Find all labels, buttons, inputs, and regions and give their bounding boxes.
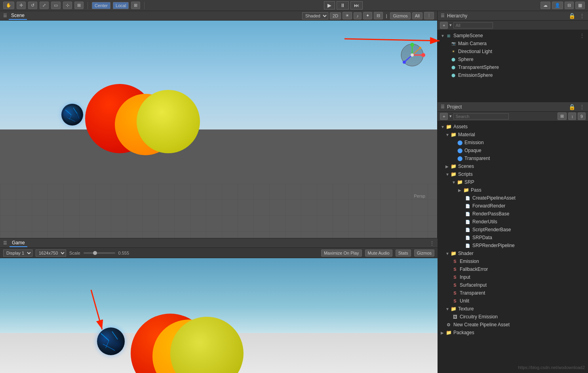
project-search[interactable] xyxy=(453,113,509,120)
project-transparent-material[interactable]: ⬤ Transparent xyxy=(438,154,588,162)
mute-audio-btn[interactable]: Mute Audio xyxy=(365,249,392,257)
directionallight-label: Directional Light xyxy=(458,49,492,54)
emissionsphere-label: EmissionSphere xyxy=(458,72,493,78)
scale-slider[interactable] xyxy=(84,252,115,254)
layout-btn[interactable]: ▦ xyxy=(575,2,585,9)
persp-label: Persp xyxy=(414,194,425,198)
project-circuitry-emission[interactable]: 🖼 Circuitry Emission xyxy=(438,313,588,321)
project-createpipelineasset[interactable]: 📄 CreatePipelineAsset xyxy=(438,194,588,202)
separator-1 xyxy=(88,2,88,9)
hierarchy-item-emissionsphere[interactable]: ⬤ EmissionSphere xyxy=(438,71,588,79)
project-forwardrender[interactable]: 📄 ForwardRender xyxy=(438,202,588,210)
project-texture-folder[interactable]: ▼ 📁 Texture xyxy=(438,305,588,313)
project-lock-btn[interactable]: 🔒 xyxy=(569,104,575,110)
project-srp-folder[interactable]: ▼ 📁 SRP xyxy=(438,178,588,186)
project-pass-folder[interactable]: ▶ 📁 Pass xyxy=(438,186,588,194)
shaded-dropdown[interactable]: Shaded xyxy=(302,12,328,19)
circuitry-emission-label: Circuitry Emission xyxy=(460,314,498,320)
hand-tool[interactable]: ✋ xyxy=(3,2,14,9)
maximize-on-play-btn[interactable]: Maximize On Play xyxy=(321,249,362,257)
shader-arrow: ▼ xyxy=(445,251,450,256)
custom-tool[interactable]: ⊞ xyxy=(74,2,84,9)
grid-tool[interactable]: ⊞ xyxy=(131,2,140,9)
project-add-btn[interactable]: + xyxy=(440,113,448,120)
scripts-arrow: ▼ xyxy=(445,172,450,177)
stats-btn[interactable]: Stats xyxy=(396,249,411,257)
game-gizmos-btn[interactable]: Gizmos xyxy=(414,249,434,257)
project-shader-surfaceinput[interactable]: S SurfaceInput xyxy=(438,281,588,289)
project-material-folder[interactable]: ▼ 📁 Material xyxy=(438,131,588,139)
project-emission-material[interactable]: ⬤ Emission xyxy=(438,139,588,147)
project-renderpassbase[interactable]: 📄 RenderPassBase xyxy=(438,210,588,218)
project-shader-transparent[interactable]: S Transparent xyxy=(438,289,588,297)
hierarchy-search[interactable] xyxy=(453,22,493,29)
project-more-btn[interactable]: 9 xyxy=(578,112,586,120)
svg-line-19 xyxy=(112,331,118,339)
project-dots-btn[interactable]: ⋮ xyxy=(579,104,585,110)
hierarchy-add-btn[interactable]: + xyxy=(440,22,448,29)
2d-toggle[interactable]: 2D xyxy=(330,12,341,19)
scene-tab[interactable]: Scene xyxy=(9,12,27,20)
hierarchy-lock-btn[interactable]: 🔒 xyxy=(569,13,575,19)
fx-btn[interactable]: ✦ xyxy=(363,12,372,19)
hierarchy-item-sphere[interactable]: ⬤ Sphere xyxy=(438,55,588,63)
scene-menu-btn[interactable]: ⋮ xyxy=(579,32,585,39)
rotate-tool[interactable]: ↺ xyxy=(28,2,37,9)
project-view-btn[interactable]: ⊞ xyxy=(558,112,567,120)
layers-btn[interactable]: ⊟ xyxy=(565,2,574,9)
project-sort-btn[interactable]: ↕ xyxy=(568,112,576,120)
shader-surfaceinput-icon: S xyxy=(452,282,458,288)
shader-input-icon: S xyxy=(452,274,458,280)
transform-tool[interactable]: ⊹ xyxy=(63,2,72,9)
scale-tool[interactable]: ⤢ xyxy=(40,2,49,9)
game-tab[interactable]: Game xyxy=(10,239,27,247)
all-layers-btn[interactable]: All xyxy=(412,12,422,19)
audio-btn[interactable]: ♪ xyxy=(354,12,362,19)
project-srprenderpipeline[interactable]: 📄 SRPRenderPipeline xyxy=(438,242,588,249)
packages-arrow: ▶ xyxy=(441,331,445,335)
scene-panel-header: ☰ Scene Shaded 2D ☀ ♪ ✦ ⊟ | Gizmos All xyxy=(0,11,437,21)
project-shader-folder[interactable]: ▼ 📁 Shader xyxy=(438,249,588,257)
account-btn[interactable]: 👤 xyxy=(552,2,563,9)
scenes-folder-label: Scenes xyxy=(458,164,474,169)
gizmos-btn[interactable]: Gizmos xyxy=(390,12,410,19)
center-pivot-btn[interactable]: Center xyxy=(92,2,110,9)
pause-button[interactable]: ⏸ xyxy=(337,1,349,10)
play-button[interactable]: ▶ xyxy=(324,1,335,10)
project-scenes-folder[interactable]: ▶ 📁 Scenes xyxy=(438,162,588,170)
hierarchy-dots-btn[interactable]: ⋮ xyxy=(579,13,585,19)
hierarchy-item-directionallight[interactable]: ☀ Directional Light xyxy=(438,48,588,55)
project-shader-emission[interactable]: S Emission xyxy=(438,257,588,265)
game-dots-btn[interactable]: ⋮ xyxy=(430,240,434,246)
project-assets-folder[interactable]: ▼ 📁 Assets xyxy=(438,123,588,131)
game-viewport[interactable] xyxy=(0,258,438,373)
step-button[interactable]: ⏭ xyxy=(350,1,363,10)
project-shader-input[interactable]: S Input xyxy=(438,273,588,281)
project-new-pipeline-asset[interactable]: ⚙ New Create Pipeline Asset xyxy=(438,321,588,329)
project-srpdata[interactable]: 📄 SRPData xyxy=(438,234,588,242)
lighting-btn[interactable]: ☀ xyxy=(343,12,352,19)
scene-gizmo xyxy=(400,42,425,68)
project-shader-unlit[interactable]: S Unlit xyxy=(438,297,588,305)
collab-btn[interactable]: ☁ xyxy=(540,2,550,9)
display-dropdown[interactable]: Display 1 xyxy=(3,249,32,257)
project-opaque-material[interactable]: ⬤ Opaque xyxy=(438,147,588,154)
shader-unlit-label: Unlit xyxy=(460,298,469,304)
scene-viewport[interactable]: Persp xyxy=(0,21,437,238)
scene-dots-btn[interactable]: ⋮ xyxy=(424,12,434,19)
hierarchy-item-maincamera[interactable]: 📷 Main Camera xyxy=(438,40,588,48)
project-scriptrenderbase[interactable]: 📄 ScriptRenderBase xyxy=(438,226,588,234)
project-renderutils[interactable]: 📄 RenderUtils xyxy=(438,218,588,226)
scriptrenderbase-label: ScriptRenderBase xyxy=(472,227,511,232)
scene-layers-btn[interactable]: ⊟ xyxy=(374,12,383,19)
hierarchy-item-transparentsphere[interactable]: ⬤ TransparentSphere xyxy=(438,63,588,71)
project-shader-fallback[interactable]: S FallbackError xyxy=(438,265,588,273)
project-packages-folder[interactable]: ▶ 📁 Packages xyxy=(438,329,588,337)
project-scripts-folder[interactable]: ▼ 📁 Scripts xyxy=(438,170,588,178)
move-tool[interactable]: ✛ xyxy=(17,2,26,9)
hierarchy-item-samplescene[interactable]: ▼ ⊞ SampleScene ⋮ xyxy=(438,32,588,40)
resolution-dropdown[interactable]: 1624x750 xyxy=(36,249,66,257)
rect-tool[interactable]: ▭ xyxy=(51,2,61,9)
local-global-btn[interactable]: Local xyxy=(113,2,129,9)
assets-arrow: ▼ xyxy=(441,125,445,129)
